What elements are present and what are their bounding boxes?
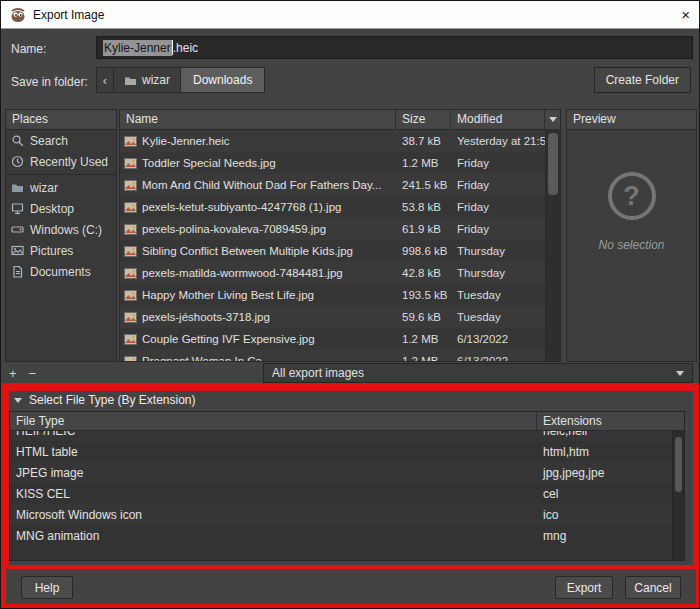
file-type-row[interactable]: JPEG image jpg,jpeg,jpe: [10, 462, 672, 483]
file-row[interactable]: Sibling Conflict Between Multiple Kids.j…: [120, 240, 545, 262]
column-header-modified[interactable]: Modified: [451, 110, 545, 129]
image-file-icon: [124, 179, 137, 192]
column-header-name[interactable]: Name: [120, 110, 396, 129]
file-name: Mom And Child Without Dad For Fathers Da…: [142, 179, 381, 191]
file-type-row[interactable]: HEIF/HEIC heic,heif: [10, 431, 672, 441]
file-size: 998.6 kB: [396, 245, 451, 257]
file-name-cell: Mom And Child Without Dad For Fathers Da…: [120, 179, 396, 192]
export-image-dialog: Export Image × Name: Kylie-Jenner .heic …: [0, 0, 700, 609]
place-item-windows-c[interactable]: Windows (C:): [6, 219, 116, 240]
column-options-dropdown[interactable]: [545, 110, 560, 129]
folder-icon: [11, 181, 24, 194]
places-header: Places: [6, 110, 116, 130]
place-item-documents[interactable]: Documents: [6, 261, 116, 282]
file-row[interactable]: pexels-ketut-subiyanto-4247768 (1).jpg 5…: [120, 196, 545, 218]
column-header-file-type[interactable]: File Type: [10, 412, 537, 430]
file-size: 38.7 kB: [396, 135, 451, 147]
file-modified: 6/13/2022: [451, 355, 545, 361]
close-icon[interactable]: ×: [681, 7, 690, 22]
file-name: pexels-matilda-wormwood-7484481.jpg: [142, 267, 343, 279]
file-type-row[interactable]: HTML table html,htm: [10, 441, 672, 462]
file-modified: Friday: [451, 179, 545, 191]
file-row[interactable]: Mom And Child Without Dad For Fathers Da…: [120, 174, 545, 196]
file-modified: Friday: [451, 223, 545, 235]
file-list-scrollbar[interactable]: [545, 130, 560, 361]
preview-header: Preview: [567, 110, 696, 130]
export-button[interactable]: Export: [555, 576, 613, 599]
breadcrumb-home[interactable]: wizar: [114, 67, 181, 93]
name-label: Name:: [11, 42, 46, 56]
export-filter-value: All export images: [272, 366, 364, 380]
file-row[interactable]: Happy Mother Living Best Life.jpg 193.5 …: [120, 284, 545, 306]
file-type-scrollbar[interactable]: [672, 431, 684, 560]
file-name-cell: Kylie-Jenner.heic: [120, 135, 396, 148]
file-type-row[interactable]: MNG animation mng: [10, 525, 672, 546]
image-file-icon: [124, 289, 137, 302]
file-row[interactable]: pexels-matilda-wormwood-7484481.jpg 42.8…: [120, 262, 545, 284]
file-modified: Tuesday: [451, 311, 545, 323]
file-row[interactable]: Pregnant Woman In Ca... 1.2 MB 6/13/2022: [120, 350, 545, 361]
image-file-icon: [124, 223, 137, 236]
file-type-row[interactable]: KISS CEL cel: [10, 483, 672, 504]
column-header-extensions[interactable]: Extensions: [537, 412, 684, 430]
window-title: Export Image: [33, 8, 104, 22]
help-button[interactable]: Help: [21, 576, 73, 599]
places-toolbar: + −: [9, 367, 36, 381]
file-type-expander-label: Select File Type (By Extension): [29, 393, 196, 407]
file-type-extensions: jpg,jpeg,jpe: [537, 466, 672, 480]
place-label: Windows (C:): [30, 223, 102, 237]
export-filter-combobox[interactable]: All export images: [263, 363, 693, 383]
file-name-cell: Toddler Special Needs.jpg: [120, 157, 396, 170]
pictures-icon: [11, 244, 24, 257]
file-name-cell: pexels-matilda-wormwood-7484481.jpg: [120, 267, 396, 280]
cancel-button[interactable]: Cancel: [625, 576, 681, 599]
image-file-icon: [124, 245, 137, 258]
place-item-recently-used[interactable]: Recently Used: [6, 151, 116, 172]
file-size: 53.8 kB: [396, 201, 451, 213]
breadcrumb-home-label: wizar: [142, 73, 170, 87]
place-item-pictures[interactable]: Pictures: [6, 240, 116, 261]
remove-place-button[interactable]: −: [29, 367, 37, 381]
create-folder-button[interactable]: Create Folder: [594, 67, 691, 93]
file-name-cell: pexels-jéshoots-3718.jpg: [120, 311, 396, 324]
file-list-header: Name Size Modified: [120, 110, 560, 130]
place-item-desktop[interactable]: Desktop: [6, 198, 116, 219]
file-name: Toddler Special Needs.jpg: [142, 157, 276, 169]
file-modified: Friday: [451, 157, 545, 169]
file-name-cell: Sibling Conflict Between Multiple Kids.j…: [120, 245, 396, 258]
file-type-row[interactable]: Microsoft Windows icon ico: [10, 504, 672, 525]
scrollbar-thumb[interactable]: [548, 133, 558, 195]
place-label: Desktop: [30, 202, 74, 216]
file-size: 241.5 kB: [396, 179, 451, 191]
chevron-down-icon: [676, 371, 684, 376]
file-row[interactable]: Kylie-Jenner.heic 38.7 kB Yesterday at 2…: [120, 130, 545, 152]
place-label: Pictures: [30, 244, 73, 258]
breadcrumb-downloads[interactable]: Downloads: [181, 67, 265, 93]
add-place-button[interactable]: +: [9, 367, 17, 381]
scrollbar-thumb[interactable]: [675, 437, 682, 492]
column-header-size[interactable]: Size: [396, 110, 451, 129]
file-row[interactable]: pexels-jéshoots-3718.jpg 59.6 kB Tuesday: [120, 306, 545, 328]
file-modified: 6/13/2022: [451, 333, 545, 345]
file-name: Couple Getting IVF Expensive.jpg: [142, 333, 315, 345]
file-modified: Tuesday: [451, 289, 545, 301]
file-type-name: Microsoft Windows icon: [10, 508, 537, 522]
file-type-extensions: html,htm: [537, 445, 672, 459]
place-label: Documents: [30, 265, 91, 279]
places-panel: Places Search Recently Used wizar: [5, 109, 117, 362]
breadcrumb-back-button[interactable]: ‹: [96, 67, 114, 93]
places-separator: [6, 174, 116, 175]
place-item-search[interactable]: Search: [6, 130, 116, 151]
file-name-cell: Couple Getting IVF Expensive.jpg: [120, 333, 396, 346]
place-item-home[interactable]: wizar: [6, 177, 116, 198]
image-file-icon: [124, 355, 137, 362]
file-row[interactable]: Couple Getting IVF Expensive.jpg 1.2 MB …: [120, 328, 545, 350]
folder-icon: [124, 74, 137, 87]
file-type-extensions: mng: [537, 529, 672, 543]
filename-input[interactable]: Kylie-Jenner .heic: [96, 36, 693, 59]
file-modified: Thursday: [451, 245, 545, 257]
file-type-expander[interactable]: Select File Type (By Extension): [14, 393, 196, 407]
file-row[interactable]: pexels-polina-kovaleva-7089459.jpg 61.9 …: [120, 218, 545, 240]
file-type-extensions: heic,heif: [537, 431, 672, 438]
file-row[interactable]: Toddler Special Needs.jpg 1.2 MB Friday: [120, 152, 545, 174]
